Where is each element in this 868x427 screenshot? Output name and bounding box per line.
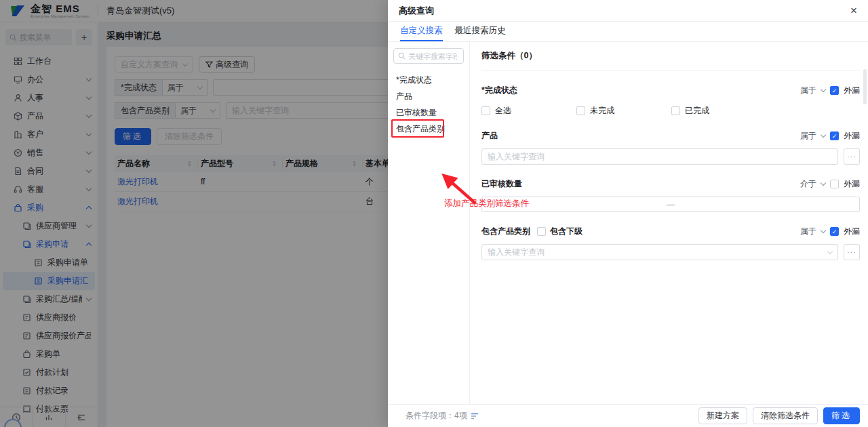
scrollbar-thumb[interactable] [863, 69, 867, 104]
checkbox[interactable] [481, 106, 490, 115]
operator-select[interactable]: 属于 [800, 130, 816, 142]
operator-select[interactable]: 介于 [800, 178, 816, 190]
option-select-all[interactable]: 全选 [481, 105, 576, 117]
annotation-text: 添加产品类别筛选条件 [444, 198, 529, 209]
field-search-input[interactable] [408, 52, 457, 60]
expose-label: 外漏 [844, 226, 860, 237]
expose-label: 外漏 [844, 178, 860, 190]
more-options-button[interactable]: ··· [844, 148, 860, 165]
advanced-query-drawer: 高级查询 × 自定义搜索 最近搜索历史 *完成状态 产品 已审核数量 包含产品类… [388, 0, 868, 427]
product-keyword-input[interactable] [488, 152, 832, 161]
chevron-down-icon [821, 180, 826, 186]
field-item-product[interactable]: 产品 [396, 88, 461, 104]
checkbox[interactable] [576, 106, 585, 115]
field-item-completion-status[interactable]: *完成状态 [396, 72, 461, 88]
expose-checkbox[interactable]: ✓ [830, 131, 839, 140]
operator-select[interactable]: 属于 [800, 85, 816, 96]
drawer-title: 高级查询 [399, 5, 434, 17]
drawer-filter-button[interactable]: 筛选 [823, 407, 860, 424]
checkbox[interactable] [671, 106, 680, 115]
clear-filter-conditions-button[interactable]: 清除筛选条件 [753, 407, 818, 424]
field-item-approved-qty[interactable]: 已审核数量 [396, 104, 461, 121]
field-list-icon [471, 412, 479, 420]
checkbox[interactable] [537, 227, 546, 236]
chevron-down-icon [821, 228, 826, 233]
conditions-panel: 筛选条件（0） *完成状态 属于 ✓ 外漏 全选 未完成 已完成 [470, 42, 868, 404]
option-incomplete[interactable]: 未完成 [576, 105, 671, 117]
qty-range-input[interactable]: — [481, 197, 860, 212]
option-complete[interactable]: 已完成 [671, 105, 766, 117]
include-sub-level-option[interactable]: 包含下级 [537, 226, 583, 237]
expose-checkbox[interactable]: ✓ [830, 227, 839, 236]
chevron-down-icon [821, 132, 826, 138]
operator-select[interactable]: 属于 [800, 226, 816, 237]
conditions-header: 筛选条件（0） [481, 50, 860, 71]
condition-field-count: 条件字段项：4项 [406, 410, 479, 422]
expose-label: 外漏 [844, 130, 860, 142]
drawer-tabs: 自定义搜索 最近搜索历史 [388, 22, 868, 42]
category-keyword-input[interactable] [488, 247, 824, 257]
tab-recent-search-history[interactable]: 最近搜索历史 [455, 22, 506, 41]
search-icon [398, 52, 406, 60]
more-options-button[interactable]: ··· [844, 244, 860, 260]
field-item-product-category[interactable]: 包含产品类别 [396, 121, 461, 137]
close-icon[interactable]: × [850, 5, 857, 16]
tab-custom-search[interactable]: 自定义搜索 [400, 22, 443, 41]
new-scheme-button[interactable]: 新建方案 [698, 407, 747, 424]
expose-checkbox[interactable] [830, 180, 839, 188]
field-search-box[interactable] [393, 48, 464, 64]
field-list-panel: *完成状态 产品 已审核数量 包含产品类别 [388, 42, 470, 404]
chevron-down-icon [827, 248, 833, 253]
condition-group-completion-status: *完成状态 属于 ✓ 外漏 全选 未完成 已完成 [481, 85, 860, 117]
expose-checkbox[interactable]: ✓ [830, 86, 839, 95]
condition-group-product-category: 包含产品类别 包含下级 属于 ✓ 外漏 [481, 226, 860, 260]
condition-group-approved-qty: 已审核数量 介于 外漏 — [481, 178, 860, 212]
condition-group-product: 产品 属于 ✓ 外漏 ··· [481, 130, 860, 165]
chevron-down-icon [821, 87, 826, 92]
expose-label: 外漏 [844, 85, 860, 96]
